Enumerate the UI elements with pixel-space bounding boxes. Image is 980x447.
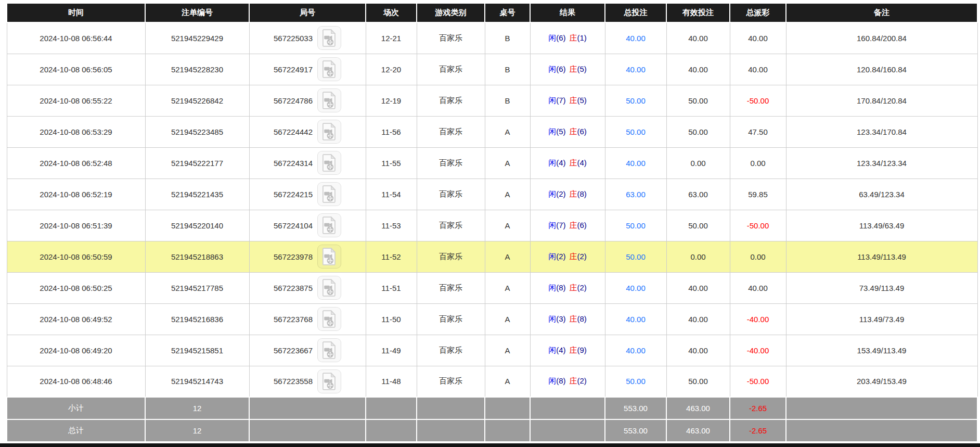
cell-session: 11-54	[366, 178, 417, 210]
cell-game-type: 百家乐	[417, 147, 485, 178]
subtotal-label: 小计	[7, 397, 145, 419]
cell-time: 2024-10-08 06:53:29	[7, 116, 145, 147]
video-replay-button[interactable]	[317, 26, 341, 50]
total-bet-link[interactable]: 40.00	[626, 65, 646, 74]
table-row[interactable]: 2024-10-08 06:52:48 521945222177 5672243…	[7, 147, 977, 178]
result-player-label: 闲	[548, 376, 556, 385]
cell-round-no: 567224104	[249, 210, 366, 241]
cell-table-no: B	[485, 54, 530, 85]
cell-valid-bet: 50.00	[666, 116, 730, 147]
cell-time: 2024-10-08 06:52:19	[7, 178, 145, 210]
cell-result: 闲(2)庄(8)	[530, 178, 605, 210]
cell-remark: 120.84/160.84	[786, 54, 977, 85]
cell-result: 闲(6)庄(5)	[530, 54, 605, 85]
video-file-icon	[321, 185, 337, 203]
result-banker-score: (6)	[577, 127, 587, 136]
total-bet-link[interactable]: 50.00	[626, 96, 646, 105]
total-bet-link[interactable]: 40.00	[626, 159, 646, 168]
cell-payout: 47.50	[730, 116, 786, 147]
total-bet-link[interactable]: 40.00	[626, 284, 646, 292]
cell-payout: 40.00	[730, 54, 786, 85]
result-banker-score: (1)	[577, 33, 587, 42]
header-row: 时间 注单编号 局号 场次 游戏类别 桌号 结果 总投注 有效投注 总派彩 备注	[7, 3, 977, 22]
cell-time: 2024-10-08 06:50:59	[7, 241, 145, 272]
result-banker-label: 庄	[570, 221, 577, 229]
cell-session: 11-51	[366, 272, 417, 303]
total-bet-link[interactable]: 40.00	[626, 346, 646, 355]
total-bet-link[interactable]: 50.00	[626, 377, 646, 386]
cell-total-bet: 40.00	[605, 54, 666, 85]
table-row[interactable]: 2024-10-08 06:49:52 521945216836 5672237…	[7, 303, 977, 335]
video-replay-button[interactable]	[317, 88, 341, 112]
cell-time: 2024-10-08 06:50:25	[7, 272, 145, 303]
cell-valid-bet: 50.00	[666, 366, 730, 397]
cell-valid-bet: 40.00	[666, 54, 730, 85]
table-row[interactable]: 2024-10-08 06:50:25 521945217785 5672238…	[7, 272, 977, 303]
cell-table-no: B	[485, 85, 530, 116]
bet-history-page: 时间 注单编号 局号 场次 游戏类别 桌号 结果 总投注 有效投注 总派彩 备注…	[0, 0, 980, 447]
table-row[interactable]: 2024-10-08 06:52:19 521945221435 5672242…	[7, 178, 977, 210]
cell-session: 12-19	[366, 85, 417, 116]
cell-valid-bet: 50.00	[666, 85, 730, 116]
cell-table-no: A	[485, 335, 530, 366]
total-bet-link[interactable]: 50.00	[626, 221, 646, 230]
result-player-label: 闲	[548, 65, 556, 73]
table-row[interactable]: 2024-10-08 06:56:44 521945229429 5672250…	[7, 22, 977, 54]
cell-result: 闲(7)庄(6)	[530, 210, 605, 241]
cell-round-no: 567223978	[249, 241, 366, 272]
result-banker-score: (4)	[577, 158, 587, 167]
result-player-score: (3)	[556, 314, 565, 323]
round-no-text: 567224314	[274, 159, 313, 168]
table-row[interactable]: 2024-10-08 06:55:22 521945226842 5672247…	[7, 85, 977, 116]
cell-session: 11-56	[366, 116, 417, 147]
round-no-text: 567224442	[274, 127, 313, 136]
cell-session: 11-49	[366, 335, 417, 366]
total-bet-link[interactable]: 40.00	[626, 315, 646, 324]
cell-round-no: 567224215	[249, 178, 366, 210]
video-replay-button[interactable]	[317, 213, 341, 237]
grand-total-total-bet: 553.00	[605, 419, 666, 442]
cell-round-no: 567224786	[249, 85, 366, 116]
video-replay-button[interactable]	[317, 151, 341, 175]
video-replay-button[interactable]	[317, 57, 341, 81]
total-bet-link[interactable]: 50.00	[626, 252, 646, 261]
table-body: 2024-10-08 06:56:44 521945229429 5672250…	[7, 22, 977, 397]
round-no-text: 567223768	[274, 315, 313, 324]
cell-table-no: B	[485, 22, 530, 54]
result-banker-score: (2)	[577, 376, 587, 385]
cell-payout: -40.00	[730, 335, 786, 366]
result-banker-label: 庄	[570, 346, 577, 354]
video-replay-button[interactable]	[317, 182, 341, 206]
col-header-total-bet: 总投注	[605, 3, 666, 22]
video-replay-button[interactable]	[317, 120, 341, 144]
video-replay-button[interactable]	[317, 245, 341, 269]
video-file-icon	[321, 248, 337, 265]
cell-payout: -40.00	[730, 303, 786, 335]
table-row[interactable]: 2024-10-08 06:50:59 521945218863 5672239…	[7, 241, 977, 272]
result-player-label: 闲	[548, 221, 556, 229]
total-bet-link[interactable]: 50.00	[626, 127, 646, 136]
cell-valid-bet: 0.00	[666, 147, 730, 178]
total-bet-link[interactable]: 63.00	[626, 190, 646, 199]
table-row[interactable]: 2024-10-08 06:49:20 521945215851 5672236…	[7, 335, 977, 366]
cell-order-no: 521945229429	[145, 22, 249, 54]
cell-round-no: 567223558	[249, 366, 366, 397]
cell-order-no: 521945218863	[145, 241, 249, 272]
total-bet-link[interactable]: 40.00	[626, 34, 646, 43]
col-header-valid-bet: 有效投注	[666, 3, 730, 22]
cell-game-type: 百家乐	[417, 22, 485, 54]
table-row[interactable]: 2024-10-08 06:48:46 521945214743 5672235…	[7, 366, 977, 397]
result-player-label: 闲	[548, 346, 556, 354]
video-replay-button[interactable]	[317, 307, 341, 331]
result-player-label: 闲	[548, 314, 556, 323]
table-row[interactable]: 2024-10-08 06:51:39 521945220140 5672241…	[7, 210, 977, 241]
video-replay-button[interactable]	[317, 276, 341, 300]
cell-time: 2024-10-08 06:48:46	[7, 366, 145, 397]
table-row[interactable]: 2024-10-08 06:53:29 521945223485 5672244…	[7, 116, 977, 147]
result-banker-label: 庄	[570, 127, 577, 136]
result-banker-score: (9)	[577, 346, 587, 354]
table-row[interactable]: 2024-10-08 06:56:05 521945228230 5672249…	[7, 54, 977, 85]
round-no-text: 567224215	[274, 190, 313, 199]
video-replay-button[interactable]	[317, 338, 341, 362]
video-replay-button[interactable]	[317, 369, 341, 393]
